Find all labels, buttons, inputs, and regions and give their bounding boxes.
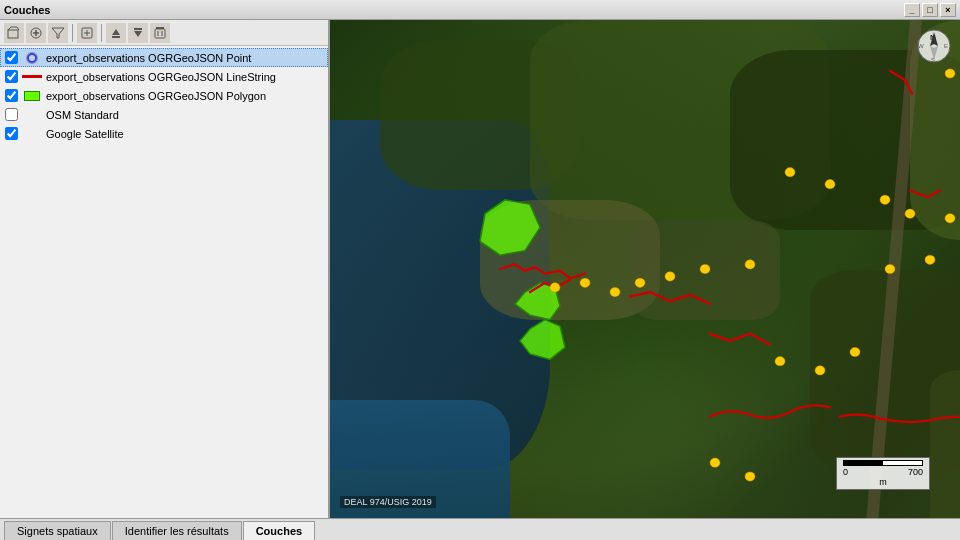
- move-down-button[interactable]: [128, 23, 148, 43]
- panel-toolbar: [0, 20, 328, 46]
- svg-point-46: [700, 264, 710, 273]
- svg-point-32: [880, 195, 890, 204]
- svg-point-31: [825, 180, 835, 189]
- svg-text:S: S: [931, 57, 935, 63]
- svg-rect-10: [155, 29, 165, 38]
- polygon-3: [520, 320, 565, 360]
- svg-text:E: E: [944, 43, 948, 49]
- tab-signets[interactable]: Signets spatiaux: [4, 521, 111, 540]
- layer-item-line[interactable]: export_observations OGRGeoJSON LineStrin…: [0, 67, 328, 86]
- svg-point-59: [710, 458, 720, 467]
- minimize-button[interactable]: _: [904, 3, 920, 17]
- scale-label-0: 0: [843, 467, 848, 477]
- svg-point-34: [945, 214, 955, 223]
- svg-point-42: [580, 278, 590, 287]
- layer-item-osm[interactable]: OSM Standard: [0, 105, 328, 124]
- scale-bar: 0 700 m: [836, 457, 930, 490]
- north-arrow: N S W E: [916, 28, 952, 64]
- close-button[interactable]: ×: [940, 3, 956, 17]
- svg-point-15: [945, 69, 955, 78]
- svg-point-41: [550, 283, 560, 292]
- layer-icon-point: [22, 52, 42, 64]
- layer-item-satellite[interactable]: Google Satellite: [0, 124, 328, 143]
- tab-identifier[interactable]: Identifier les résultats: [112, 521, 242, 540]
- svg-rect-0: [8, 30, 18, 38]
- layer-icon-line: [22, 71, 42, 83]
- layer-checkbox-point[interactable]: [5, 51, 18, 64]
- polygon-1: [480, 200, 540, 255]
- title-bar: Couches _ □ ×: [0, 0, 960, 20]
- layer-item-polygon[interactable]: export_observations OGRGeoJSON Polygon: [0, 86, 328, 105]
- layer-checkbox-line[interactable]: [5, 70, 18, 83]
- layer-icon-polygon: [22, 90, 42, 102]
- toolbar-separator-2: [101, 24, 102, 42]
- svg-rect-8: [134, 28, 142, 30]
- layer-style-button[interactable]: [77, 23, 97, 43]
- svg-point-47: [745, 260, 755, 269]
- window-controls: _ □ ×: [904, 3, 956, 17]
- line-icon: [22, 74, 42, 80]
- layer-checkbox-satellite[interactable]: [5, 127, 18, 140]
- map-container[interactable]: N S W E 0 700 m: [330, 20, 960, 518]
- layer-label-satellite: Google Satellite: [46, 128, 124, 140]
- scale-line: [843, 460, 923, 466]
- window-title: Couches: [4, 4, 904, 16]
- layer-checkbox-polygon[interactable]: [5, 89, 18, 102]
- layer-item-point[interactable]: export_observations OGRGeoJSON Point: [0, 48, 328, 67]
- vector-overlay: [330, 20, 960, 518]
- remove-layer-button[interactable]: [150, 23, 170, 43]
- layer-checkbox-osm[interactable]: [5, 108, 18, 121]
- app-window: Couches _ □ ×: [0, 0, 960, 540]
- layer-label-line: export_observations OGRGeoJSON LineStrin…: [46, 71, 276, 83]
- bottom-tabs: Signets spatiaux Identifier les résultat…: [0, 518, 960, 540]
- main-area: export_observations OGRGeoJSON Point exp…: [0, 20, 960, 518]
- add-layer-button[interactable]: [26, 23, 46, 43]
- svg-point-58: [850, 347, 860, 356]
- svg-point-44: [635, 278, 645, 287]
- svg-point-56: [775, 357, 785, 366]
- tab-couches[interactable]: Couches: [243, 521, 315, 540]
- scale-labels: 0 700: [843, 467, 923, 477]
- layers-panel: export_observations OGRGeoJSON Point exp…: [0, 20, 330, 518]
- layer-icon-satellite: [22, 128, 42, 140]
- svg-point-60: [745, 472, 755, 481]
- move-up-button[interactable]: [106, 23, 126, 43]
- svg-point-45: [665, 272, 675, 281]
- attribution-text: DEAL 974/USIG 2019: [340, 496, 436, 508]
- layer-label-point: export_observations OGRGeoJSON Point: [46, 52, 251, 64]
- maximize-button[interactable]: □: [922, 3, 938, 17]
- toolbar-separator-1: [72, 24, 73, 42]
- polygon-icon: [24, 91, 40, 101]
- point-icon: [27, 53, 37, 63]
- svg-point-43: [610, 287, 620, 296]
- svg-rect-7: [112, 36, 120, 38]
- scale-label-700: 700: [908, 467, 923, 477]
- svg-point-33: [905, 209, 915, 218]
- layer-label-polygon: export_observations OGRGeoJSON Polygon: [46, 90, 266, 102]
- filter-button[interactable]: [48, 23, 68, 43]
- layers-list: export_observations OGRGeoJSON Point exp…: [0, 46, 328, 518]
- svg-point-57: [815, 366, 825, 375]
- svg-text:W: W: [918, 43, 924, 49]
- open-file-button[interactable]: [4, 23, 24, 43]
- svg-point-30: [785, 168, 795, 177]
- svg-point-48: [885, 264, 895, 273]
- svg-point-49: [925, 255, 935, 264]
- layer-icon-osm: [22, 109, 42, 121]
- scale-unit: m: [843, 477, 923, 487]
- layer-label-osm: OSM Standard: [46, 109, 119, 121]
